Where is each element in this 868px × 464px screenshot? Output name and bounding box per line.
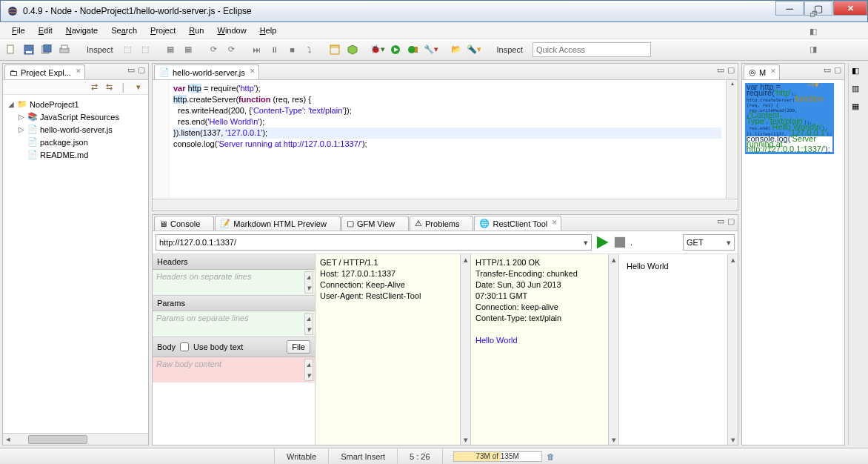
vscrollbar[interactable]: ▴▾ [608,254,618,445]
expand-icon[interactable]: ▷ [18,113,25,121]
tool-e[interactable]: ⟳ [205,42,221,58]
svg-rect-2 [7,45,13,53]
http-method-select[interactable]: GET▾ [683,234,735,251]
tree-root[interactable]: ◢ 📁 NodeProject1 [4,98,147,110]
minimize-view-icon[interactable]: ▭ [127,65,135,75]
vscrollbar[interactable]: ▴▾ [460,254,470,445]
tab-gfm[interactable]: ▢GFM View [341,216,409,231]
save-button[interactable] [21,42,37,58]
minimize-view-icon[interactable]: ▭ [717,216,724,226]
send-request-button[interactable] [595,235,610,250]
pause-button[interactable]: ⏸ [266,42,282,58]
ext-tools-button[interactable]: 🔧▾ [423,42,439,58]
new-button[interactable] [3,42,19,58]
fastview-icon-3[interactable]: ▦ [852,102,864,113]
url-input[interactable]: http://127.0.0.1:1337/▾ [156,234,592,251]
hscrollbar[interactable] [153,199,738,211]
close-icon[interactable]: ✕ [552,219,558,226]
tree-item-package-json[interactable]: 📄 package.json [4,136,147,148]
print-button[interactable] [56,42,73,58]
close-icon[interactable]: ✕ [76,67,81,75]
inspect-button[interactable]: Inspect [81,42,118,58]
tree-item-readme[interactable]: 📄 README.md [4,148,147,161]
maximize-view-icon[interactable]: ▢ [727,65,735,75]
link-editor-icon[interactable]: ⇆ [104,82,114,93]
minimize-view-icon[interactable]: ▭ [824,65,831,75]
collapse-all-icon[interactable]: ⇄ [89,82,99,93]
outline-panel: ◎ M ✕ ▭▢ var http = require('http'); htt… [741,63,845,445]
menu-project[interactable]: Project [144,24,181,36]
maximize-view-icon[interactable]: ▢ [834,65,841,75]
tree-item-hello-server[interactable]: ▷ 📄 hello-world-server.js [4,123,147,136]
close-icon[interactable]: ✕ [770,67,776,75]
tool-d[interactable]: ▦ [180,42,196,58]
step-button[interactable]: ⤵ [301,42,318,58]
expand-icon[interactable]: ◢ [7,100,15,108]
svg-point-0 [8,7,17,16]
menu-search[interactable]: Search [105,24,143,36]
maximize-view-icon[interactable]: ▢ [727,216,735,226]
tool-a[interactable]: ⬚ [119,42,136,58]
body-input[interactable]: Raw body content▴▾ [153,357,315,382]
perspective-button[interactable] [327,42,343,58]
memory-bar[interactable]: 73M of 135M [453,451,542,462]
persp-open-button[interactable]: 🗗 [805,6,821,22]
run-button[interactable] [387,42,404,58]
close-icon[interactable]: ✕ [250,67,256,75]
save-all-button[interactable] [39,42,55,58]
outline-minimap[interactable]: var http = require('http'); http.createS… [742,80,844,445]
tool-c[interactable]: ▦ [162,42,178,58]
skip-button[interactable]: ⏭ [248,42,264,58]
menu-file[interactable]: File [6,24,31,36]
body-file-button[interactable]: File [287,340,310,354]
gc-button[interactable]: 🗑 [547,452,555,461]
minimize-view-icon[interactable]: ▭ [717,65,724,75]
stop-request-button[interactable] [612,235,627,250]
params-input[interactable]: Params on separate lines▴▾ [153,311,315,337]
tree-item-js-resources[interactable]: ▷ 📚 JavaScript Resources [4,110,147,123]
dropdown-icon[interactable]: ▾ [584,238,588,248]
run-last-button[interactable] [405,42,421,58]
menu-window[interactable]: Window [211,24,252,36]
filter-icon[interactable]: │ [118,82,129,93]
tool-f[interactable]: ⟳ [223,42,239,58]
persp-b[interactable]: ◨ [805,42,821,58]
menu-help[interactable]: Help [254,24,283,36]
hscrollbar[interactable]: ◂ [3,433,148,445]
code-area[interactable]: var http = require('http'); http.createS… [169,80,726,199]
inspect2-button[interactable]: Inspect [491,42,527,58]
memory-text: 73M of 135M [454,452,541,461]
headers-input[interactable]: Headers on separate lines▴▾ [153,270,315,295]
stop-button[interactable]: ■ [284,42,300,58]
tab-restclient[interactable]: 🌐RestClient Tool✕ [474,216,561,231]
dropdown-icon[interactable]: ▾ [727,238,731,248]
search-button[interactable]: 🔦▾ [466,42,482,58]
persp-a[interactable]: ◧ [805,24,821,40]
menu-edit[interactable]: Edit [33,24,59,36]
gfm-icon: ▢ [347,219,354,228]
vscrollbar[interactable]: ▴ [726,80,738,199]
use-body-checkbox[interactable] [180,342,189,351]
body-label: Body [157,342,176,351]
debug-button[interactable]: 🐞▾ [370,42,386,58]
expand-icon[interactable]: ▷ [18,125,25,133]
open-type-button[interactable]: 📂 [448,42,464,58]
editor-tab[interactable]: 📄 hello-world-server.js ✕ [154,64,259,79]
code-editor[interactable]: var http = require('http'); http.createS… [153,80,738,199]
maximize-view-icon[interactable]: ▢ [138,65,145,75]
tab-console[interactable]: 🖥Console [154,216,214,231]
view-menu-icon[interactable]: ▾ [133,82,144,93]
outline-tab[interactable]: ◎ M ✕ [744,64,780,79]
node-button[interactable] [344,42,361,58]
project-explorer-tab[interactable]: 🗀 Project Expl... ✕ [4,64,85,79]
vscrollbar[interactable]: ▴▾ [727,254,738,445]
tab-problems[interactable]: ⚠Problems [410,216,473,231]
menu-navigate[interactable]: Navigate [60,24,104,36]
project-tree[interactable]: ◢ 📁 NodeProject1 ▷ 📚 JavaScript Resource… [3,95,148,433]
history-button[interactable]: . [630,238,632,247]
svg-rect-15 [415,47,418,53]
menu-run[interactable]: Run [183,24,210,36]
quick-access-input[interactable] [533,42,651,57]
tool-b[interactable]: ⬚ [137,42,153,58]
tab-markdown[interactable]: 📝Markdown HTML Preview [215,216,341,231]
